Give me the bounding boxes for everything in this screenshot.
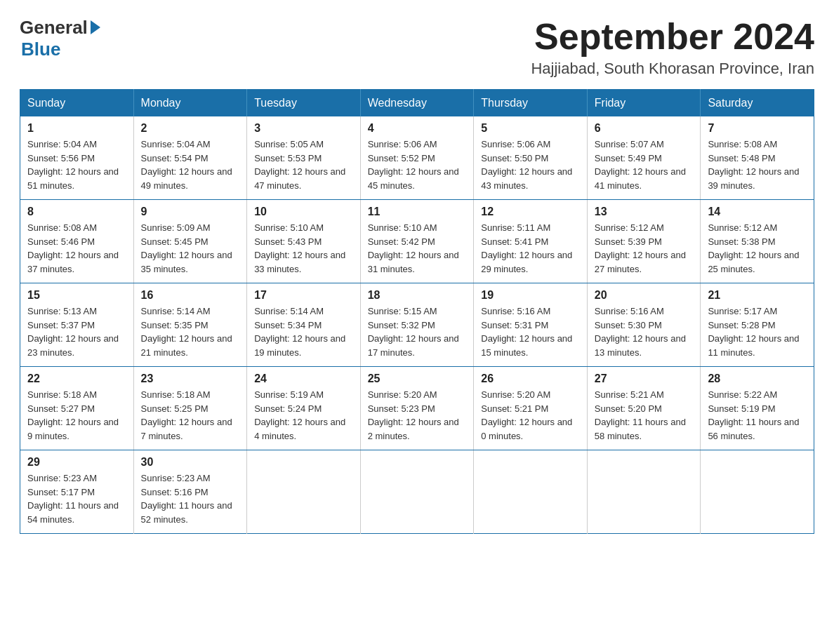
day-info: Sunrise: 5:05 AMSunset: 5:53 PMDaylight:… [254, 137, 353, 192]
day-number: 28 [708, 373, 807, 385]
calendar-cell: 3Sunrise: 5:05 AMSunset: 5:53 PMDaylight… [247, 116, 361, 200]
day-number: 5 [481, 122, 580, 135]
day-number: 24 [254, 373, 353, 385]
day-number: 23 [141, 373, 240, 385]
calendar-cell: 4Sunrise: 5:06 AMSunset: 5:52 PMDaylight… [360, 116, 474, 200]
page-header: General Blue September 2024 Hajjiabad, S… [20, 17, 814, 78]
day-number: 9 [141, 206, 240, 218]
day-info: Sunrise: 5:22 AMSunset: 5:19 PMDaylight:… [708, 388, 807, 443]
calendar-week-row: 8Sunrise: 5:08 AMSunset: 5:46 PMDaylight… [20, 200, 814, 283]
day-number: 3 [254, 122, 353, 135]
calendar-week-row: 15Sunrise: 5:13 AMSunset: 5:37 PMDayligh… [20, 283, 814, 367]
calendar-cell: 18Sunrise: 5:15 AMSunset: 5:32 PMDayligh… [360, 283, 474, 367]
calendar-cell: 24Sunrise: 5:19 AMSunset: 5:24 PMDayligh… [247, 367, 361, 450]
weekday-header-friday: Friday [587, 90, 701, 117]
day-info: Sunrise: 5:04 AMSunset: 5:56 PMDaylight:… [27, 137, 126, 192]
day-number: 13 [595, 206, 694, 218]
day-number: 17 [254, 289, 353, 302]
day-info: Sunrise: 5:16 AMSunset: 5:31 PMDaylight:… [481, 304, 580, 359]
weekday-header-thursday: Thursday [474, 90, 588, 117]
logo-blue-text: Blue [21, 39, 60, 60]
day-info: Sunrise: 5:23 AMSunset: 5:16 PMDaylight:… [141, 471, 240, 526]
day-number: 4 [368, 122, 467, 135]
logo-triangle-icon [91, 20, 100, 34]
day-number: 29 [27, 456, 126, 469]
day-info: Sunrise: 5:23 AMSunset: 5:17 PMDaylight:… [27, 471, 126, 526]
calendar-cell: 11Sunrise: 5:10 AMSunset: 5:42 PMDayligh… [360, 200, 474, 283]
day-info: Sunrise: 5:09 AMSunset: 5:45 PMDaylight:… [141, 221, 240, 276]
day-number: 16 [141, 289, 240, 302]
day-number: 7 [708, 122, 807, 135]
day-number: 30 [141, 456, 240, 469]
calendar-cell: 30Sunrise: 5:23 AMSunset: 5:16 PMDayligh… [133, 450, 247, 534]
calendar-cell: 26Sunrise: 5:20 AMSunset: 5:21 PMDayligh… [474, 367, 588, 450]
day-info: Sunrise: 5:17 AMSunset: 5:28 PMDaylight:… [708, 304, 807, 359]
calendar-cell: 14Sunrise: 5:12 AMSunset: 5:38 PMDayligh… [701, 200, 814, 283]
calendar-week-row: 22Sunrise: 5:18 AMSunset: 5:27 PMDayligh… [20, 367, 814, 450]
calendar-cell [587, 450, 701, 534]
weekday-header-saturday: Saturday [701, 90, 814, 117]
calendar-cell: 22Sunrise: 5:18 AMSunset: 5:27 PMDayligh… [20, 367, 134, 450]
day-info: Sunrise: 5:06 AMSunset: 5:50 PMDaylight:… [481, 137, 580, 192]
day-info: Sunrise: 5:16 AMSunset: 5:30 PMDaylight:… [595, 304, 694, 359]
calendar-cell: 1Sunrise: 5:04 AMSunset: 5:56 PMDaylight… [20, 116, 134, 200]
day-info: Sunrise: 5:19 AMSunset: 5:24 PMDaylight:… [254, 388, 353, 443]
month-title: September 2024 [531, 17, 814, 57]
logo: General Blue [20, 17, 100, 60]
calendar-cell: 29Sunrise: 5:23 AMSunset: 5:17 PMDayligh… [20, 450, 134, 534]
day-info: Sunrise: 5:21 AMSunset: 5:20 PMDaylight:… [595, 388, 694, 443]
calendar-cell: 27Sunrise: 5:21 AMSunset: 5:20 PMDayligh… [587, 367, 701, 450]
weekday-header-row: SundayMondayTuesdayWednesdayThursdayFrid… [20, 90, 814, 117]
day-info: Sunrise: 5:14 AMSunset: 5:34 PMDaylight:… [254, 304, 353, 359]
calendar-week-row: 1Sunrise: 5:04 AMSunset: 5:56 PMDaylight… [20, 116, 814, 200]
calendar-cell: 16Sunrise: 5:14 AMSunset: 5:35 PMDayligh… [133, 283, 247, 367]
day-info: Sunrise: 5:10 AMSunset: 5:43 PMDaylight:… [254, 221, 353, 276]
location-title: Hajjiabad, South Khorasan Province, Iran [531, 60, 814, 78]
calendar-cell: 13Sunrise: 5:12 AMSunset: 5:39 PMDayligh… [587, 200, 701, 283]
day-info: Sunrise: 5:04 AMSunset: 5:54 PMDaylight:… [141, 137, 240, 192]
day-number: 15 [27, 289, 126, 302]
day-info: Sunrise: 5:20 AMSunset: 5:21 PMDaylight:… [481, 388, 580, 443]
weekday-header-wednesday: Wednesday [360, 90, 474, 117]
weekday-header-tuesday: Tuesday [247, 90, 361, 117]
day-number: 14 [708, 206, 807, 218]
calendar-cell: 8Sunrise: 5:08 AMSunset: 5:46 PMDaylight… [20, 200, 134, 283]
day-info: Sunrise: 5:10 AMSunset: 5:42 PMDaylight:… [368, 221, 467, 276]
day-info: Sunrise: 5:08 AMSunset: 5:48 PMDaylight:… [708, 137, 807, 192]
calendar-cell: 21Sunrise: 5:17 AMSunset: 5:28 PMDayligh… [701, 283, 814, 367]
day-info: Sunrise: 5:18 AMSunset: 5:27 PMDaylight:… [27, 388, 126, 443]
day-info: Sunrise: 5:20 AMSunset: 5:23 PMDaylight:… [368, 388, 467, 443]
day-number: 6 [595, 122, 694, 135]
day-number: 1 [27, 122, 126, 135]
day-number: 25 [368, 373, 467, 385]
calendar-cell: 6Sunrise: 5:07 AMSunset: 5:49 PMDaylight… [587, 116, 701, 200]
calendar-cell: 23Sunrise: 5:18 AMSunset: 5:25 PMDayligh… [133, 367, 247, 450]
calendar-cell: 5Sunrise: 5:06 AMSunset: 5:50 PMDaylight… [474, 116, 588, 200]
weekday-header-sunday: Sunday [20, 90, 134, 117]
calendar-cell: 2Sunrise: 5:04 AMSunset: 5:54 PMDaylight… [133, 116, 247, 200]
day-number: 2 [141, 122, 240, 135]
day-number: 18 [368, 289, 467, 302]
calendar-cell [360, 450, 474, 534]
day-info: Sunrise: 5:11 AMSunset: 5:41 PMDaylight:… [481, 221, 580, 276]
day-info: Sunrise: 5:18 AMSunset: 5:25 PMDaylight:… [141, 388, 240, 443]
day-info: Sunrise: 5:14 AMSunset: 5:35 PMDaylight:… [141, 304, 240, 359]
calendar-cell: 28Sunrise: 5:22 AMSunset: 5:19 PMDayligh… [701, 367, 814, 450]
calendar-cell: 9Sunrise: 5:09 AMSunset: 5:45 PMDaylight… [133, 200, 247, 283]
calendar-cell: 7Sunrise: 5:08 AMSunset: 5:48 PMDaylight… [701, 116, 814, 200]
calendar-week-row: 29Sunrise: 5:23 AMSunset: 5:17 PMDayligh… [20, 450, 814, 534]
calendar-cell: 10Sunrise: 5:10 AMSunset: 5:43 PMDayligh… [247, 200, 361, 283]
calendar-cell: 25Sunrise: 5:20 AMSunset: 5:23 PMDayligh… [360, 367, 474, 450]
calendar-cell: 20Sunrise: 5:16 AMSunset: 5:30 PMDayligh… [587, 283, 701, 367]
day-info: Sunrise: 5:12 AMSunset: 5:38 PMDaylight:… [708, 221, 807, 276]
day-number: 10 [254, 206, 353, 218]
day-info: Sunrise: 5:06 AMSunset: 5:52 PMDaylight:… [368, 137, 467, 192]
calendar-cell: 17Sunrise: 5:14 AMSunset: 5:34 PMDayligh… [247, 283, 361, 367]
calendar-cell: 19Sunrise: 5:16 AMSunset: 5:31 PMDayligh… [474, 283, 588, 367]
day-info: Sunrise: 5:12 AMSunset: 5:39 PMDaylight:… [595, 221, 694, 276]
day-number: 11 [368, 206, 467, 218]
day-info: Sunrise: 5:15 AMSunset: 5:32 PMDaylight:… [368, 304, 467, 359]
calendar-cell [474, 450, 588, 534]
day-info: Sunrise: 5:07 AMSunset: 5:49 PMDaylight:… [595, 137, 694, 192]
day-number: 22 [27, 373, 126, 385]
